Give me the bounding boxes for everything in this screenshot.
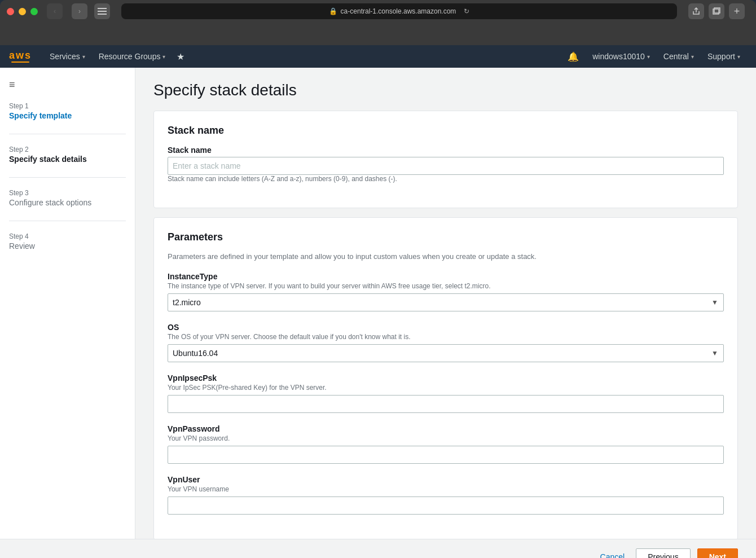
step-2-label: Step 2 — [9, 146, 126, 153]
stack-name-field-group: Stack name Stack name can include letter… — [168, 146, 724, 183]
sidebar-hamburger[interactable]: ≡ — [9, 79, 126, 91]
os-label: OS — [168, 323, 724, 332]
aws-logo-text: aws — [9, 50, 32, 60]
aws-logo-line — [11, 61, 29, 63]
aws-logo: aws — [9, 50, 32, 63]
parameters-description: Parameters are defined in your template … — [168, 252, 724, 261]
traffic-light-yellow[interactable] — [19, 8, 26, 15]
sidebar-step-4[interactable]: Step 4 Review — [9, 232, 126, 251]
step-3-label: Step 3 — [9, 189, 126, 197]
notification-bell[interactable]: 🔔 — [561, 51, 586, 62]
step-2-title: Specify stack details — [9, 155, 126, 164]
nav-services[interactable]: Services ▾ — [43, 45, 92, 68]
main-layout: ≡ Step 1 Specify template Step 2 Specify… — [0, 68, 756, 539]
stack-name-label: Stack name — [168, 146, 724, 155]
nav-user[interactable]: windows10010 ▾ — [586, 45, 657, 68]
param-vpn-password: VpnPassword Your VPN password. — [168, 424, 724, 464]
vpn-user-input[interactable] — [168, 497, 724, 515]
instance-type-desc: The instance type of VPN server. If you … — [168, 282, 724, 290]
nav-right: 🔔 windows10010 ▾ Central ▾ Support ▾ — [561, 45, 747, 68]
param-vpn-ipsec-psk: VpnIpsecPsk Your IpSec PSK(Pre-shared Ke… — [168, 374, 724, 413]
stack-name-input[interactable] — [168, 157, 724, 175]
vpn-password-label: VpnPassword — [168, 424, 724, 433]
sidebar-step-1[interactable]: Step 1 Specify template — [9, 102, 126, 120]
browser-sidebar-button[interactable] — [94, 3, 110, 19]
vpn-ipsec-psk-input[interactable] — [168, 395, 724, 413]
footer-actions: Cancel Previous Next — [0, 539, 756, 558]
sidebar: ≡ Step 1 Specify template Step 2 Specify… — [0, 68, 135, 539]
stack-name-hint: Stack name can include letters (A-Z and … — [168, 175, 724, 183]
services-chevron: ▾ — [82, 54, 85, 60]
nav-support[interactable]: Support ▾ — [701, 45, 747, 68]
browser-back-button[interactable]: ‹ — [47, 3, 63, 19]
svg-rect-0 — [98, 8, 107, 9]
address-bar[interactable]: 🔒 ca-central-1.console.aws.amazon.com ↻ — [121, 3, 677, 19]
step-3-divider — [9, 221, 126, 221]
browser-forward-button[interactable]: › — [72, 3, 87, 19]
os-desc: The OS of your VPN server. Choose the de… — [168, 333, 724, 341]
vpn-password-desc: Your VPN password. — [168, 434, 724, 442]
window-button[interactable] — [709, 3, 724, 19]
content-area: Specify stack details Stack name Stack n… — [135, 68, 756, 539]
nav-resource-groups[interactable]: Resource Groups ▾ — [92, 45, 173, 68]
instance-type-select-wrapper: t2.micro t2.small t2.medium t3.micro ▼ — [168, 293, 724, 311]
browser-titlebar: ‹ › 🔒 ca-central-1.console.aws.amazon.co… — [0, 0, 756, 23]
nav-favorites[interactable]: ★ — [172, 51, 189, 62]
parameters-card-title: Parameters — [168, 231, 724, 243]
step-3-title: Configure stack options — [9, 198, 126, 207]
param-vpn-user: VpnUser Your VPN username — [168, 475, 724, 515]
sidebar-step-3[interactable]: Step 3 Configure stack options — [9, 189, 126, 207]
support-chevron: ▾ — [737, 54, 740, 60]
browser-chrome: ‹ › 🔒 ca-central-1.console.aws.amazon.co… — [0, 0, 756, 45]
resource-groups-chevron: ▾ — [162, 54, 165, 60]
step-4-title: Review — [9, 241, 126, 251]
step-1-label: Step 1 — [9, 102, 126, 110]
traffic-light-green[interactable] — [30, 8, 38, 15]
instance-type-label: InstanceType — [168, 272, 724, 281]
step-2-divider — [9, 177, 126, 178]
page-title: Specify stack details — [153, 81, 738, 99]
vpn-password-input[interactable] — [168, 446, 724, 464]
parameters-card: Parameters Parameters are defined in you… — [153, 217, 738, 539]
param-os: OS The OS of your VPN server. Choose the… — [168, 323, 724, 362]
vpn-user-label: VpnUser — [168, 475, 724, 484]
param-instance-type: InstanceType The instance type of VPN se… — [168, 272, 724, 311]
stack-name-card: Stack name Stack name Stack name can inc… — [153, 111, 738, 208]
step-4-label: Step 4 — [9, 232, 126, 240]
share-button[interactable] — [688, 3, 704, 19]
step-1-title: Specify template — [9, 111, 126, 120]
aws-nav: aws Services ▾ Resource Groups ▾ ★ 🔔 win… — [0, 45, 756, 68]
browser-actions: + — [688, 3, 745, 19]
svg-rect-1 — [98, 11, 107, 12]
traffic-light-red[interactable] — [7, 8, 14, 15]
nav-region[interactable]: Central ▾ — [657, 45, 701, 68]
url-text: ca-central-1.console.aws.amazon.com — [341, 7, 456, 15]
stack-name-card-title: Stack name — [168, 125, 724, 137]
vpn-ipsec-psk-label: VpnIpsecPsk — [168, 374, 724, 383]
new-tab-button[interactable]: + — [729, 3, 745, 19]
os-select[interactable]: Ubuntu16.04 Ubuntu18.04 Amazon Linux 2 — [168, 344, 724, 362]
os-select-wrapper: Ubuntu16.04 Ubuntu18.04 Amazon Linux 2 ▼ — [168, 344, 724, 362]
reload-icon[interactable]: ↻ — [464, 7, 469, 15]
instance-type-select[interactable]: t2.micro t2.small t2.medium t3.micro — [168, 293, 724, 311]
user-chevron: ▾ — [647, 54, 650, 60]
lock-icon: 🔒 — [329, 7, 337, 15]
cancel-button[interactable]: Cancel — [596, 552, 630, 558]
step-1-divider — [9, 134, 126, 134]
previous-button[interactable]: Previous — [636, 548, 690, 558]
region-chevron: ▾ — [691, 54, 694, 60]
svg-rect-2 — [98, 14, 107, 15]
next-button[interactable]: Next — [697, 548, 738, 558]
sidebar-step-2[interactable]: Step 2 Specify stack details — [9, 146, 126, 164]
vpn-user-desc: Your VPN username — [168, 485, 724, 493]
vpn-ipsec-psk-desc: Your IpSec PSK(Pre-shared Key) for the V… — [168, 384, 724, 392]
